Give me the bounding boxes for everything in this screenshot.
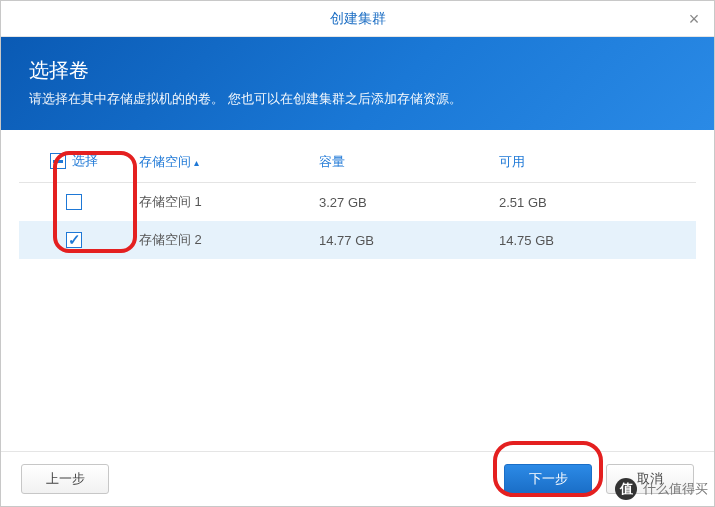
- table-row[interactable]: 存储空间 1 3.27 GB 2.51 GB: [19, 183, 696, 222]
- cell-available: 2.51 GB: [489, 183, 696, 222]
- volume-table: 选择 存储空间 容量 可用 存储空间 1 3.27 GB 2.51 GB: [19, 144, 696, 259]
- row-checkbox[interactable]: [66, 194, 82, 210]
- back-button[interactable]: 上一步: [21, 464, 109, 494]
- row-checkbox[interactable]: [66, 232, 82, 248]
- banner-heading: 选择卷: [29, 57, 686, 84]
- cell-storage: 存储空间 1: [129, 183, 309, 222]
- select-all-checkbox[interactable]: [50, 153, 66, 169]
- cell-capacity: 14.77 GB: [309, 221, 489, 259]
- cell-capacity: 3.27 GB: [309, 183, 489, 222]
- cell-available: 14.75 GB: [489, 221, 696, 259]
- title-bar: 创建集群 ×: [1, 1, 714, 37]
- wizard-footer: 上一步 下一步 取消: [1, 451, 714, 506]
- col-header-available[interactable]: 可用: [489, 144, 696, 183]
- next-button[interactable]: 下一步: [504, 464, 592, 494]
- table-row[interactable]: 存储空间 2 14.77 GB 14.75 GB: [19, 221, 696, 259]
- wizard-banner: 选择卷 请选择在其中存储虚拟机的的卷。 您也可以在创建集群之后添加存储资源。: [1, 37, 714, 130]
- col-header-select-label: 选择: [72, 152, 98, 170]
- col-header-storage[interactable]: 存储空间: [129, 144, 309, 183]
- col-header-select[interactable]: 选择: [19, 144, 129, 183]
- dialog-title: 创建集群: [330, 10, 386, 28]
- cancel-button[interactable]: 取消: [606, 464, 694, 494]
- close-icon[interactable]: ×: [684, 9, 704, 29]
- banner-subtext: 请选择在其中存储虚拟机的的卷。 您也可以在创建集群之后添加存储资源。: [29, 90, 686, 108]
- col-header-capacity[interactable]: 容量: [309, 144, 489, 183]
- content-area: 选择 存储空间 容量 可用 存储空间 1 3.27 GB 2.51 GB: [1, 130, 714, 451]
- cell-storage: 存储空间 2: [129, 221, 309, 259]
- create-cluster-dialog: 创建集群 × 选择卷 请选择在其中存储虚拟机的的卷。 您也可以在创建集群之后添加…: [0, 0, 715, 507]
